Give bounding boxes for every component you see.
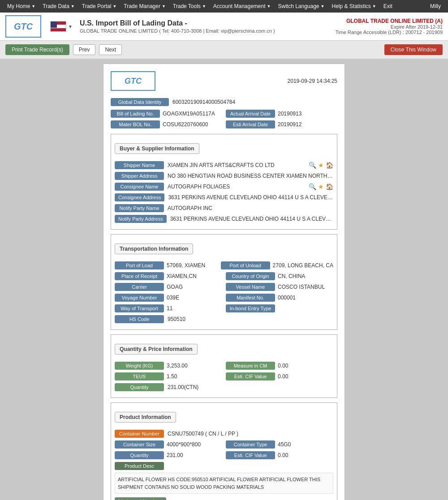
weight-value: 3,253.00 bbox=[167, 363, 222, 369]
container-type-value: 45G0 bbox=[278, 441, 333, 448]
teus-value: 1.50 bbox=[167, 373, 222, 380]
nav-account-management[interactable]: Account Management▼ bbox=[210, 3, 275, 9]
port-of-load-value: 57069, XIAMEN bbox=[167, 262, 217, 269]
shipper-address-label: Shipper Address bbox=[115, 172, 164, 180]
shipper-star-icon[interactable]: ★ bbox=[318, 162, 324, 169]
port-of-load-label: Port of Load bbox=[115, 261, 164, 269]
container-number-value: CSNU7500749 ( CN / L / PP ) bbox=[168, 431, 333, 437]
mater-bol-value: COSU6220760600 bbox=[163, 121, 222, 128]
bill-of-lading-value: GOAGXM19A05117A bbox=[163, 111, 222, 117]
hs-code-label: HS Code bbox=[115, 315, 164, 323]
company-subtitle: GLOBAL TRADE ONLINE LIMITED ( Tel: 400-7… bbox=[80, 28, 336, 34]
quantity2-label: Quantity bbox=[115, 451, 164, 459]
nav-trade-data[interactable]: Trade Data▼ bbox=[39, 3, 78, 9]
nav-trade-portal[interactable]: Trade Portal▼ bbox=[78, 3, 121, 9]
product-desc-value: ARTIFICIAL FLOWER HS CODE:950510 ARTIFIC… bbox=[115, 473, 333, 494]
transport-section-header: Transportation Information bbox=[115, 244, 193, 254]
doc-datetime: 2019-09-29 14:34:25 bbox=[288, 78, 337, 84]
nav-my-home[interactable]: My Home▼ bbox=[4, 3, 39, 9]
esti-arrival-value: 20190912 bbox=[278, 121, 337, 128]
close-button[interactable]: Close This Window bbox=[384, 44, 443, 55]
qty-price-section-header: Quantity & Price Information bbox=[115, 344, 198, 355]
place-of-receipt-label: Place of Receipt bbox=[115, 272, 164, 280]
manifest-no-value: 000001 bbox=[278, 295, 333, 301]
user-name: Milly bbox=[426, 3, 444, 9]
shipper-name-label: Shipper Name bbox=[115, 161, 164, 169]
product-section-header: Product Information bbox=[115, 412, 176, 423]
shipper-address-value: NO 380 HENGTIAN ROAD BUSINESS CENTER XIA… bbox=[168, 173, 333, 179]
notify-party-address-value: 3631 PERKINS AVENUE CLEVELAND OHIO 44114… bbox=[170, 216, 333, 222]
marks-label: Marks and Numbers bbox=[115, 497, 166, 500]
nav-switch-language[interactable]: Switch Language▼ bbox=[274, 3, 328, 9]
global-data-identity-value: 600320190914000504784 bbox=[172, 99, 235, 105]
esti-arrival-label: Esti Arrival Date bbox=[226, 120, 275, 128]
esti-cif-label: Esti. CIF Value bbox=[226, 372, 275, 380]
prev-button[interactable]: Prev bbox=[73, 44, 96, 55]
bill-of-lading-label: Bill of Lading No. bbox=[111, 110, 160, 118]
vessel-name-value: COSCO ISTANBUL bbox=[278, 284, 333, 290]
buyer-supplier-section-header: Buyer & Supplier Information bbox=[115, 143, 199, 154]
weight-label: Weight (KG) bbox=[115, 362, 164, 370]
port-of-unload-label: Port of Unload bbox=[221, 261, 270, 269]
container-type-label: Container Type bbox=[226, 440, 275, 449]
place-of-receipt-value: XIAMEN,CN bbox=[167, 273, 222, 279]
nav-trade-manager[interactable]: Trade Manager▼ bbox=[120, 3, 169, 9]
doc-logo: GTC bbox=[111, 71, 155, 91]
in-bond-entry-label: In-bond Entry Type bbox=[226, 304, 275, 312]
consignee-name-label: Consignee Name bbox=[115, 183, 164, 191]
country-of-origin-value: CN, CHINA bbox=[278, 273, 333, 279]
container-size-value: 4000*900*800 bbox=[167, 441, 222, 448]
carrier-label: Carrier bbox=[115, 283, 164, 291]
global-data-identity-row: Global Data Identity 6003201909140005047… bbox=[111, 98, 337, 106]
actual-arrival-value: 20190913 bbox=[278, 111, 337, 117]
shipper-home-icon[interactable]: 🏠 bbox=[326, 162, 333, 169]
nav-help-statistics[interactable]: Help & Statistics▼ bbox=[328, 3, 379, 9]
voyage-number-value: 039E bbox=[167, 295, 222, 301]
doc-header: GTC 2019-09-29 14:34:25 bbox=[111, 71, 337, 91]
nav-exit[interactable]: Exit bbox=[380, 3, 396, 9]
consignee-address-value: 3631 PERKINS AVENUE CLEVELAND OHIO 44114… bbox=[168, 194, 333, 201]
quantity2-value: 231.00 bbox=[167, 452, 222, 458]
country-flag bbox=[50, 21, 66, 32]
country-of-origin-label: Country of Origin bbox=[226, 272, 275, 280]
esti-cif2-label: Esti. CIF Value bbox=[226, 451, 275, 459]
esti-cif-value: 0.00 bbox=[278, 373, 333, 380]
port-of-unload-value: 2709, LONG BEACH, CA bbox=[273, 262, 333, 269]
container-size-label: Container Size bbox=[115, 440, 164, 449]
top-action-bar: Print Trade Record(s) Prev Next Close Th… bbox=[0, 41, 448, 59]
shipper-name-value: XIAMEN JIN ARTS ARTS&CRAFTS CO LTD bbox=[168, 162, 303, 168]
teus-label: TEUS bbox=[115, 372, 164, 380]
mater-bol-label: Mater BOL No. bbox=[111, 120, 160, 128]
manifest-no-label: Manifest No. bbox=[226, 294, 275, 302]
consignee-search-icon[interactable]: 🔍 bbox=[309, 183, 316, 190]
nav-trade-tools[interactable]: Trade Tools▼ bbox=[169, 3, 210, 9]
container-number-label: Container Number bbox=[115, 430, 164, 438]
flag-dropdown-icon[interactable]: ▼ bbox=[68, 24, 73, 29]
hs-code-value: 950510 bbox=[168, 316, 333, 322]
consignee-star-icon[interactable]: ★ bbox=[318, 183, 324, 190]
actual-arrival-label: Actual Arrival Date bbox=[226, 110, 275, 118]
time-range: Time Range Accessible (LDR) : 200712 - 2… bbox=[336, 30, 443, 35]
next-button[interactable]: Next bbox=[99, 44, 122, 55]
shipper-search-icon[interactable]: 🔍 bbox=[309, 162, 316, 169]
way-of-transport-label: Way of Transport bbox=[115, 304, 164, 312]
way-of-transport-value: 11 bbox=[167, 305, 222, 312]
voyage-number-label: Voyage Number bbox=[115, 294, 164, 302]
measure-cm-label: Measure in CM bbox=[226, 362, 275, 370]
page-title: U.S. Import Bill of Lading Data - bbox=[80, 19, 336, 27]
global-data-identity-label: Global Data Identity bbox=[111, 98, 169, 106]
carrier-value: GOAG bbox=[167, 284, 222, 290]
measure-cm-value: 0.00 bbox=[278, 363, 333, 369]
consignee-address-label: Consignee Address bbox=[115, 193, 164, 201]
consignee-home-icon[interactable]: 🏠 bbox=[326, 183, 333, 190]
quantity-label: Quantity bbox=[115, 383, 164, 391]
notify-party-name-value: AUTOGRAPH INC bbox=[168, 205, 333, 211]
expire-date: Expire After 2019-12-31 bbox=[336, 24, 443, 30]
print-button[interactable]: Print Trade Record(s) bbox=[5, 44, 69, 55]
vessel-name-label: Vessel Name bbox=[226, 283, 275, 291]
notify-party-address-label: Notify Party Address bbox=[115, 215, 167, 223]
product-desc-label: Product Desc bbox=[115, 462, 164, 470]
quantity-value: 231.00(CTN) bbox=[168, 384, 333, 390]
site-logo: GTC bbox=[5, 15, 41, 38]
esti-cif2-value: 0.00 bbox=[278, 452, 333, 458]
